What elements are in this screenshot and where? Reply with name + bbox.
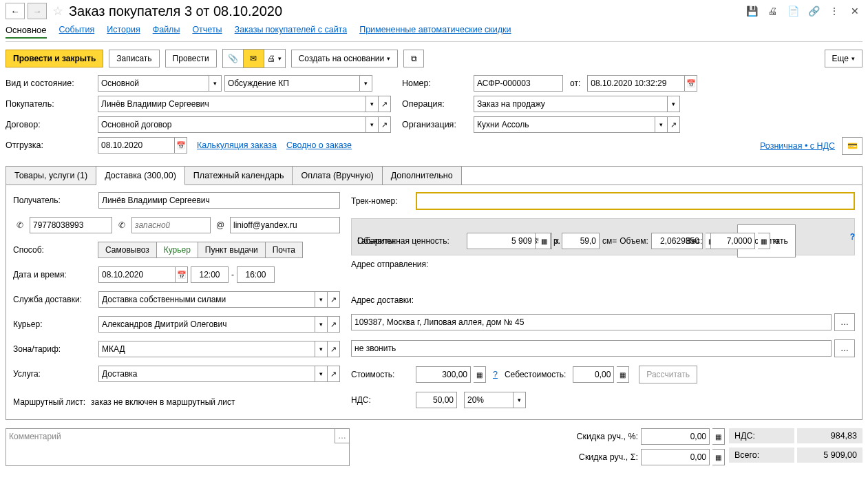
service-select[interactable]: Доставка собственными силами ▾ ↗ [98, 291, 340, 308]
chevron-down-icon[interactable]: ▾ [315, 366, 327, 381]
calendar-icon[interactable]: 📅 [684, 76, 697, 91]
calendar-icon[interactable]: 📅 [175, 267, 187, 282]
method-pickup[interactable]: Самовывоз [98, 242, 157, 258]
close-icon[interactable]: ✕ [847, 3, 862, 19]
product-select[interactable]: Доставка ▾ ↗ [98, 366, 340, 382]
print-icon[interactable]: 🖨 [765, 3, 780, 19]
chevron-down-icon[interactable]: ▾ [366, 117, 378, 132]
back-button[interactable]: ← [6, 3, 25, 19]
track-input[interactable] [416, 192, 855, 210]
post-button[interactable]: Провести [165, 50, 217, 67]
tab-additional[interactable]: Дополнительно [383, 167, 462, 185]
calculator-icon[interactable]: ▦ [712, 449, 725, 465]
operation-select[interactable]: Заказ на продажу ▾ [474, 96, 680, 112]
chevron-down-icon[interactable]: ▾ [667, 96, 679, 112]
weight-input[interactable] [710, 233, 755, 249]
nav-tab-reports[interactable]: Отчеты [192, 25, 222, 39]
zone-select[interactable]: МКАД ▾ ↗ [98, 341, 340, 357]
chevron-down-icon[interactable]: ▾ [366, 96, 378, 112]
phone1-input[interactable] [30, 217, 112, 233]
tab-goods[interactable]: Товары, услуги (1) [6, 167, 96, 185]
phone2-input[interactable] [131, 217, 211, 233]
number-input[interactable] [474, 75, 563, 92]
chevron-down-icon[interactable]: ▾ [655, 117, 667, 132]
cost-help-icon[interactable]: ? [493, 370, 498, 379]
vat-amount-input[interactable] [416, 392, 457, 408]
summary-link[interactable]: Сводно о заказе [286, 140, 352, 150]
chevron-down-icon[interactable]: ▾ [513, 392, 525, 408]
comment-input[interactable]: Комментарий … [6, 428, 350, 466]
calc-link[interactable]: Калькуляция заказа [197, 140, 277, 150]
ellipsis-icon[interactable]: … [335, 428, 350, 443]
ellipsis-icon[interactable]: … [834, 339, 855, 357]
nav-tab-discounts[interactable]: Примененные автоматические скидки [359, 25, 511, 39]
ship-date-input[interactable]: 08.10.2020 📅 [98, 137, 187, 154]
method-post[interactable]: Почта [265, 242, 303, 258]
type-select[interactable]: Основной ▾ [98, 75, 222, 92]
courier-select[interactable]: Александров Дмитрий Олегович ▾ ↗ [98, 316, 340, 333]
open-icon[interactable]: ↗ [327, 292, 339, 307]
tab-delivery[interactable]: Доставка (300,00) [96, 167, 185, 185]
price-settings-icon[interactable]: 💳 [842, 137, 862, 155]
calculator-icon[interactable]: ▦ [758, 233, 770, 249]
method-point[interactable]: Пункт выдачи [198, 242, 266, 258]
open-icon[interactable]: ↗ [378, 96, 390, 112]
selfcost-input[interactable] [573, 366, 614, 383]
report-icon[interactable]: 📄 [785, 3, 801, 19]
link-icon[interactable]: 🔗 [806, 3, 821, 19]
print-dropdown-icon[interactable]: 🖨 [264, 50, 285, 67]
vat-rate-select[interactable]: 20% ▾ [464, 392, 526, 408]
time-from-input[interactable] [191, 266, 229, 283]
date-input[interactable]: 08.10.2020 10:32:29 📅 [587, 75, 697, 92]
create-based-button[interactable]: Создать на основании [291, 50, 399, 67]
ellipsis-icon[interactable]: … [834, 313, 855, 331]
post-and-close-button[interactable]: Провести и закрыть [6, 50, 103, 67]
calculator-icon[interactable]: ▦ [474, 366, 486, 383]
contract-select[interactable]: Основной договор ▾ ↗ [98, 116, 391, 133]
disc-pct-input[interactable] [641, 428, 710, 445]
declared-input[interactable] [467, 233, 536, 249]
open-icon[interactable]: ↗ [327, 317, 339, 332]
save-icon[interactable]: 💾 [744, 3, 759, 19]
email-icon[interactable]: ✉ [244, 50, 264, 67]
tab-payment-calendar[interactable]: Платежный календарь [185, 167, 293, 185]
calculator-icon[interactable]: ▦ [617, 366, 629, 383]
chevron-down-icon[interactable]: ▾ [209, 76, 221, 91]
method-courier[interactable]: Курьер [156, 242, 198, 258]
structure-icon[interactable]: ⧉ [403, 50, 424, 67]
open-icon[interactable]: ↗ [667, 117, 679, 132]
open-icon[interactable]: ↗ [327, 366, 339, 381]
more-button[interactable]: Еще [825, 50, 862, 67]
calculator-icon[interactable]: ▦ [538, 233, 551, 249]
disc-sum-input[interactable] [641, 449, 710, 465]
calculate-cost-button[interactable]: Рассчитать [639, 366, 697, 383]
nav-tab-events[interactable]: События [59, 25, 95, 39]
state-select[interactable]: Обсуждение КП ▾ [224, 75, 372, 92]
note-input[interactable] [351, 340, 832, 357]
help-icon[interactable]: ? [850, 232, 855, 242]
chevron-down-icon[interactable]: ▾ [315, 317, 327, 332]
recv-addr-input[interactable] [351, 314, 832, 330]
tab-payment[interactable]: Оплата (Вручную) [293, 167, 382, 185]
chevron-down-icon[interactable]: ▾ [315, 292, 327, 307]
chevron-down-icon[interactable]: ▾ [359, 76, 372, 91]
recipient-input[interactable] [98, 192, 340, 209]
open-icon[interactable]: ↗ [378, 117, 390, 132]
forward-button[interactable]: → [28, 3, 47, 19]
email-input[interactable] [230, 217, 340, 233]
favorite-star-icon[interactable]: ☆ [52, 3, 63, 19]
menu-icon[interactable]: ⋮ [827, 3, 842, 19]
buyer-select[interactable]: Линёв Владимир Сергеевич ▾ ↗ [98, 96, 391, 112]
attachment-icon[interactable]: 📎 [223, 50, 244, 67]
save-button[interactable]: Записать [109, 50, 159, 67]
nav-tab-siteorders[interactable]: Заказы покупателей с сайта [235, 25, 348, 39]
nav-tab-files[interactable]: Файлы [153, 25, 180, 39]
delivery-date-input[interactable]: 08.10.2020 📅 [98, 266, 188, 283]
nav-tab-history[interactable]: История [107, 25, 140, 39]
calendar-icon[interactable]: 📅 [174, 138, 187, 153]
time-to-input[interactable] [237, 266, 275, 283]
open-icon[interactable]: ↗ [327, 341, 339, 357]
org-select[interactable]: Кухни Ассоль ▾ ↗ [474, 116, 680, 133]
price-type-link[interactable]: Розничная • с НДС [760, 141, 835, 151]
calculator-icon[interactable]: ▦ [712, 428, 725, 445]
